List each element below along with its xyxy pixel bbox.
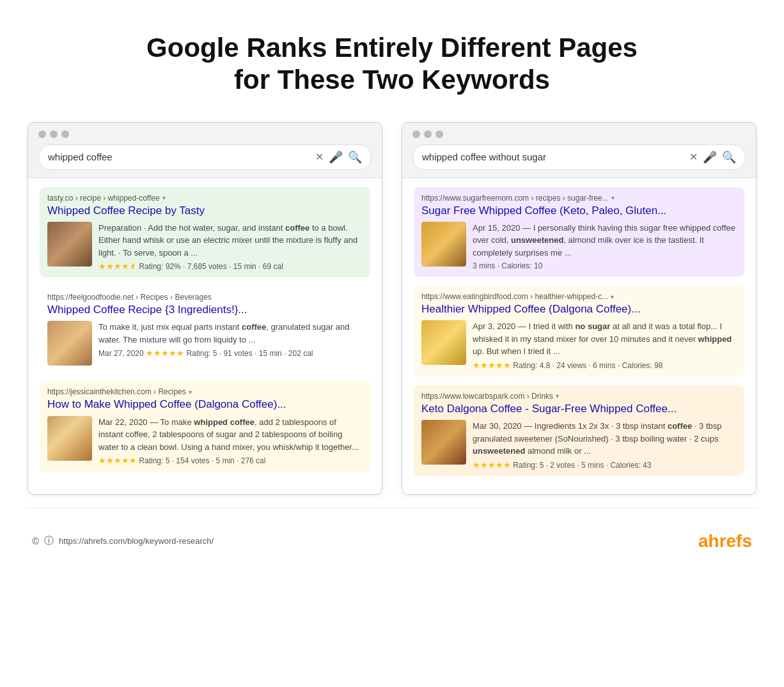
right-browser-body: https://www.sugarfreemom.com › recipes ›… [402, 178, 756, 494]
dot-yellow [50, 130, 58, 138]
footer-divider [26, 507, 758, 508]
left-text-1: Preparation · Add the hot water, sugar, … [98, 222, 363, 272]
left-title-3[interactable]: How to Make Whipped Coffee (Dalgona Coff… [47, 398, 363, 412]
breadcrumb-dropdown-icon-3[interactable]: ▾ [189, 389, 192, 396]
right-meta-1: 3 mins · Calories: 10 [473, 261, 737, 270]
right-browser-dots [412, 130, 746, 138]
right-dropdown-1[interactable]: ▾ [611, 194, 615, 201]
left-result-2: https://feelgoodfoodie.net › Recipes › B… [40, 286, 370, 372]
right-clear-icon[interactable]: ✕ [689, 151, 698, 163]
left-title-1[interactable]: Whipped Coffee Recipe by Tasty [47, 204, 363, 218]
page-title: Google Ranks Entirely Different Pages fo… [26, 32, 758, 96]
left-thumb-2 [47, 321, 92, 366]
left-text-3: Mar 22, 2020 — To make whipped coffee, a… [98, 416, 363, 466]
mic-icon[interactable]: 🎤 [329, 150, 343, 164]
left-content-1: Preparation · Add the hot water, sugar, … [47, 222, 363, 272]
right-search-icon[interactable]: 🔍 [722, 150, 736, 164]
right-thumb-1 [421, 222, 466, 266]
right-dropdown-2[interactable]: ▾ [611, 293, 614, 300]
left-thumb-3 [47, 416, 92, 461]
left-content-2: To make it, just mix equal parts instant… [47, 321, 363, 366]
right-content-2: Apr 3, 2020 — I tried it with no sugar a… [421, 320, 737, 370]
right-meta-3: ★★★★★ Rating: 5 · 2 votes · 5 mins · Cal… [473, 460, 737, 470]
right-thumb-2 [421, 320, 466, 365]
right-dot-green [435, 130, 443, 138]
right-desc-1: Apr 15, 2020 — I personally think having… [473, 222, 737, 259]
right-text-1: Apr 15, 2020 — I personally think having… [473, 222, 737, 271]
left-breadcrumb-2: https://feelgoodfoodie.net › Recipes › B… [47, 293, 363, 302]
left-meta-2: Mar 27, 2020 ★★★★★ Rating: 5 · 91 votes … [98, 348, 363, 358]
right-desc-3: Mar 30, 2020 — Ingredients 1x 2x 3x · 3 … [473, 420, 737, 458]
footer: © ⓘ https://ahrefs.com/blog/keyword-rese… [26, 531, 758, 552]
left-meta-3: ★★★★★ Rating: 5 · 154 votes · 5 min · 27… [98, 456, 363, 465]
clear-icon[interactable]: ✕ [315, 151, 324, 163]
left-desc-2: To make it, just mix equal parts instant… [98, 321, 363, 346]
right-content-3: Mar 30, 2020 — Ingredients 1x 2x 3x · 3 … [421, 420, 737, 470]
left-desc-3: Mar 22, 2020 — To make whipped coffee, a… [98, 416, 363, 454]
dot-red [38, 130, 46, 138]
right-text-3: Mar 30, 2020 — Ingredients 1x 2x 3x · 3 … [473, 420, 737, 470]
right-title-1[interactable]: Sugar Free Whipped Coffee (Keto, Paleo, … [421, 204, 737, 218]
left-breadcrumb-3: https://jessicainthekitchen.com › Recipe… [47, 387, 363, 396]
right-title-3[interactable]: Keto Dalgona Coffee - Sugar-Free Whipped… [421, 402, 737, 416]
right-result-1: https://www.sugarfreemom.com › recipes ›… [414, 187, 744, 277]
left-content-3: Mar 22, 2020 — To make whipped coffee, a… [47, 416, 363, 466]
browser-dots [38, 130, 372, 138]
left-search-bar[interactable]: whipped coffee ✕ 🎤 🔍 [38, 144, 372, 170]
left-result-3: https://jessicainthekitchen.com › Recipe… [40, 381, 370, 472]
right-breadcrumb-1: https://www.sugarfreemom.com › recipes ›… [421, 194, 737, 203]
footer-url: https://ahrefs.com/blog/keyword-research… [59, 536, 214, 546]
right-search-bar[interactable]: whipped coffee without sugar ✕ 🎤 🔍 [412, 144, 746, 170]
footer-left: © ⓘ https://ahrefs.com/blog/keyword-rese… [32, 535, 214, 547]
left-meta-1: ★★★★⯨ Rating: 92% · 7,685 votes · 15 min… [98, 261, 363, 271]
browsers-row: whipped coffee ✕ 🎤 🔍 tasty.co › recipe ›… [26, 122, 758, 495]
right-desc-2: Apr 3, 2020 — I tried it with no sugar a… [473, 320, 737, 358]
left-result-1: tasty.co › recipe › whipped-coffee ▾ Whi… [40, 187, 370, 278]
right-title-2[interactable]: Healthier Whipped Coffee (Dalgona Coffee… [421, 302, 737, 316]
left-browser-chrome: whipped coffee ✕ 🎤 🔍 [28, 123, 382, 178]
info-icon: ⓘ [44, 535, 54, 547]
right-dropdown-3[interactable]: ▾ [556, 392, 559, 399]
right-dot-yellow [424, 130, 432, 138]
left-title-2[interactable]: Whipped Coffee Recipe {3 Ingredients!}..… [47, 303, 363, 317]
left-browser: whipped coffee ✕ 🎤 🔍 tasty.co › recipe ›… [27, 122, 382, 495]
right-content-1: Apr 15, 2020 — I personally think having… [421, 222, 737, 271]
right-meta-2: ★★★★★ Rating: 4.8 · 24 views · 6 mins · … [473, 360, 737, 370]
left-breadcrumb-1: tasty.co › recipe › whipped-coffee ▾ [47, 194, 363, 203]
right-search-text: whipped coffee without sugar [422, 151, 684, 162]
cc-icon: © [32, 536, 39, 546]
left-search-text: whipped coffee [48, 151, 310, 162]
right-browser-chrome: whipped coffee without sugar ✕ 🎤 🔍 [402, 123, 756, 178]
right-result-3: https://www.lowcarbspark.com › Drinks ▾ … [414, 385, 744, 476]
right-breadcrumb-3: https://www.lowcarbspark.com › Drinks ▾ [421, 392, 737, 401]
left-desc-1: Preparation · Add the hot water, sugar, … [98, 222, 363, 259]
right-result-2: https://www.eatingbirdfood.com › healthi… [414, 286, 744, 376]
search-icon[interactable]: 🔍 [348, 150, 362, 164]
right-thumb-3 [421, 420, 466, 465]
right-breadcrumb-2: https://www.eatingbirdfood.com › healthi… [421, 292, 737, 301]
right-browser: whipped coffee without sugar ✕ 🎤 🔍 https… [402, 122, 757, 495]
right-mic-icon[interactable]: 🎤 [703, 150, 717, 164]
left-text-2: To make it, just mix equal parts instant… [98, 321, 363, 366]
dot-green [61, 130, 69, 138]
ahrefs-logo: ahrefs [698, 531, 752, 552]
right-dot-red [412, 130, 420, 138]
left-browser-body: tasty.co › recipe › whipped-coffee ▾ Whi… [28, 178, 382, 490]
breadcrumb-dropdown-icon[interactable]: ▾ [162, 194, 166, 201]
right-text-2: Apr 3, 2020 — I tried it with no sugar a… [473, 320, 737, 370]
left-thumb-1 [47, 222, 92, 266]
